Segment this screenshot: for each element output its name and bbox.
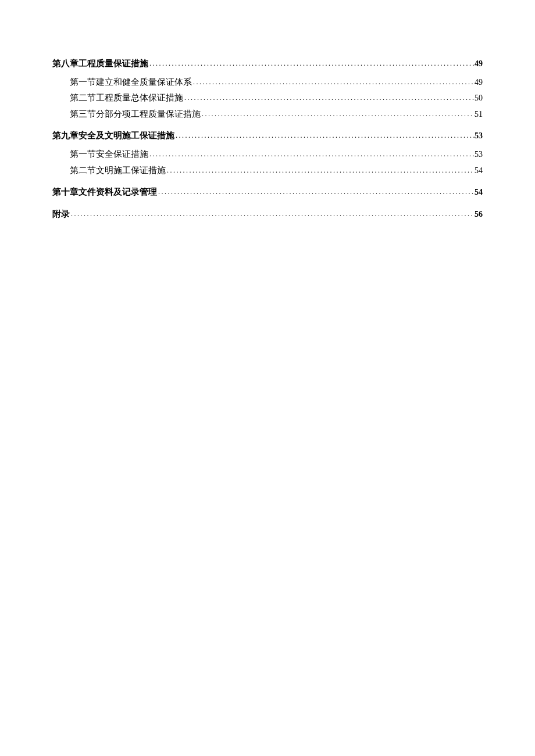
toc-title: 第十章文件资料及记录管理 [52, 184, 157, 200]
toc-entry-chapter-9: 第九章安全及文明施工保证措施 53 [52, 128, 483, 144]
toc-dots [166, 164, 475, 177]
toc-title: 第九章安全及文明施工保证措施 [52, 128, 174, 144]
toc-title: 第一节建立和健全质量保证体系 [70, 74, 192, 91]
toc-dots [148, 57, 475, 70]
toc-title: 第三节分部分项工程质量保证措施 [70, 106, 201, 123]
toc-dots [174, 129, 475, 142]
toc-entry-appendix: 附录 56 [52, 206, 483, 223]
toc-page: 56 [475, 207, 483, 223]
toc-dots [183, 91, 475, 105]
toc-dots [157, 185, 475, 199]
toc-title: 附录 [52, 206, 70, 223]
toc-title: 第二节工程质量总体保证措施 [70, 90, 183, 106]
toc-group-chapter-9: 第一节安全保证措施 53 第二节文明施工保证措施 54 [52, 146, 483, 178]
toc-page: 54 [475, 185, 483, 200]
toc-group-chapter-8: 第一节建立和健全质量保证体系 49 第二节工程质量总体保证措施 50 第三节分部… [52, 74, 483, 123]
toc-entry-section-8-3: 第三节分部分项工程质量保证措施 51 [52, 106, 483, 123]
toc-title: 第一节安全保证措施 [70, 146, 148, 163]
toc-page: 49 [475, 56, 483, 72]
toc-entry-chapter-10: 第十章文件资料及记录管理 54 [52, 184, 483, 200]
toc-page: 53 [475, 128, 483, 144]
toc-dots [148, 148, 475, 161]
toc-title: 第八章工程质量保证措施 [52, 56, 148, 72]
toc-page: 53 [475, 147, 483, 163]
toc-page: 50 [475, 91, 483, 106]
toc-page: 54 [475, 163, 483, 179]
toc-entry-section-9-1: 第一节安全保证措施 53 [52, 146, 483, 163]
toc-page: 51 [475, 107, 483, 123]
toc-container: 第八章工程质量保证措施 49 第一节建立和健全质量保证体系 49 第二节工程质量… [52, 56, 483, 222]
toc-title: 第二节文明施工保证措施 [70, 163, 166, 179]
toc-dots [70, 207, 475, 221]
toc-entry-section-8-1: 第一节建立和健全质量保证体系 49 [52, 74, 483, 91]
toc-dots [201, 108, 475, 121]
toc-entry-section-8-2: 第二节工程质量总体保证措施 50 [52, 90, 483, 106]
toc-entry-section-9-2: 第二节文明施工保证措施 54 [52, 163, 483, 179]
toc-page: 49 [475, 75, 483, 91]
toc-dots [192, 76, 475, 89]
toc-entry-chapter-8: 第八章工程质量保证措施 49 [52, 56, 483, 72]
